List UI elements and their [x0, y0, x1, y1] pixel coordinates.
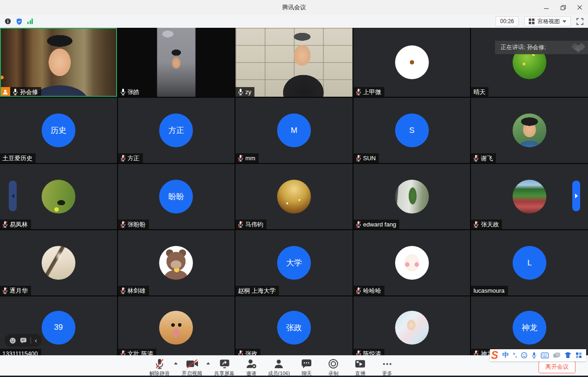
participant-name: 土豆爱历史 [2, 155, 32, 162]
camera-off-icon [186, 358, 198, 369]
mic-muted-icon [120, 287, 126, 294]
participant-tile[interactable]: 张政张政 [235, 296, 353, 355]
avatar-photo [513, 180, 546, 214]
view-mode-selector[interactable]: 宫格视图 [524, 16, 571, 26]
participant-label: 赵桐 上海大学 [235, 286, 279, 295]
next-page-button[interactable] [572, 181, 580, 211]
participant-name: 晴天 [473, 88, 485, 95]
participant-tile[interactable]: 马伟钧 [235, 164, 353, 229]
participant-name: SUN [363, 155, 376, 162]
participant-video [235, 28, 353, 97]
participant-tile[interactable]: 方正方正 [118, 98, 235, 163]
fullscreen-icon [576, 18, 583, 25]
participant-tile[interactable]: Mmm [235, 98, 353, 163]
participant-name: 易凤林 [10, 221, 28, 228]
participant-name: edward fang [363, 221, 396, 228]
previous-page-button[interactable] [9, 181, 17, 211]
toolbox-icon[interactable] [553, 352, 560, 358]
collapse-chevron-icon[interactable]: ‹ [35, 337, 37, 344]
fullscreen-button[interactable] [576, 18, 583, 25]
mic-muted-icon [356, 350, 361, 355]
chinese-mode-icon[interactable]: 中 [502, 351, 509, 359]
toolbar-button-live[interactable]: 直播 [347, 357, 374, 377]
minimize-button[interactable] [538, 0, 555, 15]
participant-tile[interactable]: 文壮 陈涛 [118, 296, 235, 355]
participant-name: 13311115400 [2, 350, 38, 355]
participant-tile[interactable]: 神龙神龙 [471, 296, 588, 355]
toolbar-button-record[interactable]: 录制 [320, 357, 347, 377]
participant-name: 赵桐 上海大学 [238, 287, 276, 294]
participant-tile[interactable]: Llucasmoura [471, 230, 588, 295]
window-title: 腾讯会议 [0, 3, 588, 12]
participant-label: 哈哈哈 [353, 286, 384, 295]
participant-label: 文壮 陈涛 [118, 349, 157, 355]
participant-tile[interactable]: SSUN [353, 98, 470, 163]
participant-label: 方正 [118, 153, 143, 163]
participant-tile[interactable]: zy [235, 28, 353, 97]
share-screen-icon [219, 358, 230, 369]
participant-label: SUN [353, 153, 379, 163]
mic-muted-icon [120, 221, 126, 228]
participant-name: 马伟钧 [245, 221, 263, 228]
emoji-reaction-icon[interactable] [9, 337, 16, 344]
participant-tile[interactable]: 孙会修 [0, 28, 117, 97]
emoji-picker-icon[interactable] [521, 352, 527, 358]
avatar-photo [159, 246, 193, 280]
participant-label: edward fang [353, 220, 400, 229]
toolbar-button-invite[interactable]: 邀请 [238, 357, 265, 377]
close-button[interactable] [571, 0, 588, 15]
restore-button[interactable] [555, 0, 571, 15]
options-caret-button[interactable] [173, 362, 179, 364]
participant-tile[interactable]: 大学赵桐 上海大学 [235, 230, 353, 295]
participant-name: 孙会修 [20, 88, 38, 95]
quickbar-divider [31, 337, 31, 344]
participant-tile[interactable]: 上甲微 [353, 28, 470, 97]
avatar-photo [395, 246, 429, 280]
toolbar-button-chat[interactable]: 聊天 [293, 357, 320, 377]
info-icon[interactable] [5, 18, 11, 25]
speaking-banner: 正在讲话: 孙会修; [495, 41, 588, 54]
participant-tile[interactable]: 盼盼张盼盼 [118, 164, 235, 229]
participant-name: 方正 [128, 155, 140, 162]
participant-tile[interactable]: 陈悦涛 [353, 296, 470, 355]
caption-chat-icon[interactable] [20, 337, 27, 344]
participant-tile[interactable]: 易凤林 [0, 164, 117, 229]
security-shield-icon[interactable] [16, 18, 22, 25]
sogou-logo[interactable]: S [491, 350, 498, 361]
soft-keyboard-icon[interactable] [541, 352, 549, 358]
participant-name: 张天政 [481, 221, 499, 228]
mic-muted-icon [473, 155, 479, 162]
participant-tile[interactable]: edward fang [353, 164, 470, 229]
participant-tile[interactable]: 张皓 [118, 28, 235, 97]
toolbar-button-share-screen[interactable]: 共享屏幕 [211, 357, 238, 377]
participant-tile[interactable]: 哈哈哈 [353, 230, 470, 295]
participant-tile[interactable]: 历史土豆爱历史 [0, 98, 117, 163]
skin-icon[interactable] [564, 352, 571, 358]
participant-tile[interactable]: 林剑雄 [118, 230, 235, 295]
chevron-right-icon [575, 194, 578, 198]
participant-tile[interactable]: 逐月华 [0, 230, 117, 295]
punctuation-icon[interactable]: °, [513, 352, 517, 358]
participant-tile[interactable]: 张天政 [471, 164, 588, 229]
toolbar-button-more[interactable]: 更多 [374, 357, 401, 377]
participant-label: lucasmoura [471, 286, 508, 295]
close-icon [577, 5, 582, 10]
participant-tile[interactable]: 晴天 [471, 28, 588, 97]
toolbar-button-camera-off[interactable]: 开启视频 [179, 357, 205, 377]
participant-label: 晴天 [471, 87, 489, 97]
avatar-photo [42, 180, 75, 214]
leave-meeting-button[interactable]: 离开会议 [538, 361, 576, 373]
participant-label: 张盼盼 [118, 220, 149, 229]
avatar-photo [395, 45, 429, 79]
network-signal-icon[interactable] [27, 19, 33, 24]
avatar-initials: 方正 [159, 113, 193, 147]
voice-input-icon[interactable] [532, 352, 537, 358]
participant-tile[interactable]: 谢飞 [471, 98, 588, 163]
mic-on-icon [12, 88, 18, 95]
participant-name: 张政 [245, 350, 257, 355]
video-grid: 正在讲话: 孙会修; ‹ 孙会修张皓zy上甲微晴天历史土豆爱历史方正方正MmmS… [0, 28, 588, 355]
options-caret-button[interactable] [205, 362, 211, 364]
toolbar-button-mic-muted[interactable]: 解除静音 [146, 357, 173, 377]
layout-grid-icon[interactable] [576, 352, 582, 358]
toolbar-button-members[interactable]: 成员(106) [265, 357, 293, 377]
